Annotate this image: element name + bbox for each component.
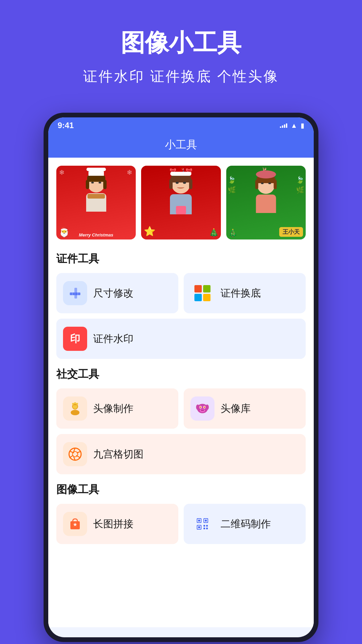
puzzle-icon bbox=[63, 512, 87, 536]
svg-point-7 bbox=[71, 410, 79, 415]
svg-rect-38 bbox=[205, 520, 207, 522]
section-title-cert: 证件工具 bbox=[56, 252, 306, 266]
tool-label-avatar-lib: 头像库 bbox=[221, 402, 251, 416]
svg-point-18 bbox=[196, 405, 199, 410]
image-tools-grid: 长图拼接 bbox=[56, 504, 306, 544]
page-subtitle: 证件水印 证件换底 个性头像 bbox=[83, 67, 279, 86]
svg-rect-35 bbox=[198, 520, 200, 522]
svg-line-29 bbox=[70, 455, 73, 458]
svg-point-20 bbox=[200, 409, 205, 412]
stamp-icon: 印 bbox=[63, 327, 87, 351]
tool-qrcode[interactable]: 二维码制作 bbox=[184, 504, 306, 544]
tool-label-cert-bg: 证件换底 bbox=[221, 286, 261, 300]
svg-point-10 bbox=[72, 403, 74, 405]
svg-rect-41 bbox=[198, 526, 200, 528]
svg-line-26 bbox=[77, 451, 80, 453]
section-cert: 证件工具 bbox=[56, 252, 306, 359]
camera-shutter-icon bbox=[63, 442, 87, 466]
status-time: 9:41 bbox=[58, 121, 74, 130]
tool-avatar-lib[interactable]: 头像库 bbox=[184, 388, 306, 429]
tool-label-long-img: 长图拼接 bbox=[93, 517, 133, 531]
svg-rect-45 bbox=[206, 528, 208, 529]
tool-size-modify[interactable]: 尺寸修改 bbox=[56, 273, 178, 313]
tool-label-qrcode: 二维码制作 bbox=[221, 517, 271, 531]
tool-long-img[interactable]: 长图拼接 bbox=[56, 504, 178, 544]
social-tools-grid: 头像制作 bbox=[56, 388, 306, 474]
section-title-social: 社交工具 bbox=[56, 367, 306, 382]
ruler-icon bbox=[63, 281, 87, 305]
svg-rect-44 bbox=[203, 528, 205, 529]
battery-icon: ▮ bbox=[301, 121, 304, 129]
page-title: 图像小工具 bbox=[83, 27, 279, 59]
feature-image-2[interactable]: 🎀 🎉 🎀 ⭐ 🎄 bbox=[141, 166, 221, 239]
svg-point-19 bbox=[205, 405, 209, 410]
merry-christmas-text: Merry Christmas bbox=[79, 232, 113, 237]
svg-point-16 bbox=[200, 407, 201, 408]
svg-rect-42 bbox=[203, 525, 205, 527]
svg-point-11 bbox=[74, 402, 76, 404]
name-label-3: 王小天 bbox=[279, 227, 303, 237]
tool-label-size: 尺寸修改 bbox=[93, 286, 133, 300]
page-header: 图像小工具 证件水印 证件换底 个性头像 bbox=[70, 0, 292, 99]
tool-label-avatar-make: 头像制作 bbox=[93, 402, 133, 416]
nav-bar: 小工具 bbox=[48, 133, 314, 158]
tool-label-cert-watermark: 证件水印 bbox=[93, 332, 133, 346]
section-social: 社交工具 bbox=[56, 367, 306, 474]
svg-point-22 bbox=[202, 410, 204, 411]
mask-icon bbox=[190, 396, 215, 421]
nav-bar-title: 小工具 bbox=[165, 139, 197, 151]
section-title-image: 图像工具 bbox=[56, 482, 306, 497]
tool-label-nine-grid: 九宫格切图 bbox=[93, 447, 143, 461]
section-image: 图像工具 bbox=[56, 482, 306, 544]
svg-point-17 bbox=[204, 407, 205, 408]
signal-icon bbox=[280, 123, 287, 128]
tool-avatar-make[interactable]: 头像制作 bbox=[56, 388, 178, 429]
svg-point-12 bbox=[76, 403, 78, 405]
windows-icon bbox=[190, 281, 215, 305]
wifi-icon: ▲ bbox=[291, 122, 297, 129]
phone-screen: 9:41 ▲ ▮ 小工具 bbox=[48, 117, 314, 637]
feature-image-1[interactable]: ❄ ❄ 🎅 bbox=[56, 166, 136, 239]
tool-cert-bg[interactable]: 证件换底 bbox=[184, 273, 306, 313]
qr-icon bbox=[190, 512, 215, 536]
tool-cert-watermark[interactable]: 印 证件水印 bbox=[56, 319, 306, 359]
status-bar: 9:41 ▲ ▮ bbox=[48, 117, 314, 133]
svg-rect-43 bbox=[206, 525, 208, 527]
tool-nine-grid[interactable]: 九宫格切图 bbox=[56, 434, 306, 474]
avatar-icon bbox=[63, 396, 87, 421]
feature-images: ❄ ❄ 🎅 bbox=[56, 166, 306, 239]
cert-tools-grid: 尺寸修改 证件换底 bbox=[56, 273, 306, 359]
svg-point-23 bbox=[69, 448, 81, 460]
phone-content: ❄ ❄ 🎅 bbox=[48, 158, 314, 627]
svg-point-21 bbox=[201, 410, 202, 411]
status-icons: ▲ ▮ bbox=[280, 121, 304, 129]
feature-image-3[interactable]: 🦌 🍃 🌿 🍃 🌿 🎄 🎄 bbox=[226, 166, 306, 239]
phone-mockup: 9:41 ▲ ▮ 小工具 bbox=[44, 113, 318, 642]
